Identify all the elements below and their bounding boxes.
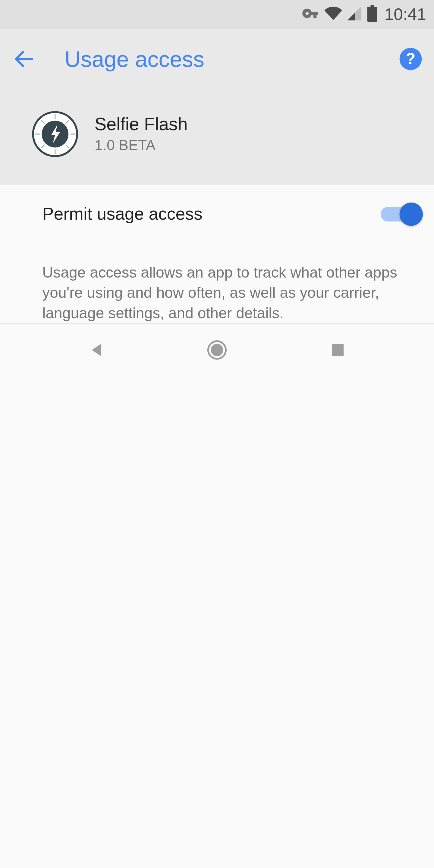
battery-icon — [367, 5, 378, 24]
app-bar: Usage access ? — [0, 29, 434, 89]
status-time: 10:41 — [384, 5, 427, 24]
description-text: Usage access allows an app to track what… — [42, 262, 421, 323]
description: Usage access allows an app to track what… — [0, 244, 434, 324]
permit-toggle[interactable] — [381, 203, 421, 226]
app-version: 1.0 BETA — [95, 137, 188, 154]
help-icon: ? — [406, 50, 415, 68]
permit-label: Permit usage access — [42, 204, 380, 224]
navigation-bar — [0, 323, 434, 376]
status-icons — [301, 4, 378, 25]
back-button[interactable] — [12, 47, 36, 71]
content-area: Permit usage access Usage access allows … — [0, 185, 434, 323]
status-bar: 10:41 — [0, 0, 434, 29]
wifi-icon — [324, 4, 342, 24]
svg-point-11 — [211, 344, 223, 356]
app-name: Selfie Flash — [95, 114, 188, 134]
nav-recent-button[interactable] — [321, 333, 355, 367]
help-button[interactable]: ? — [400, 48, 422, 70]
cellular-icon — [346, 5, 363, 24]
nav-home-button[interactable] — [200, 333, 234, 367]
app-header: Selfie Flash 1.0 BETA — [0, 89, 434, 185]
page-title: Usage access — [64, 46, 399, 71]
svg-rect-12 — [332, 344, 344, 356]
vpn-key-icon — [301, 4, 320, 25]
app-icon — [31, 110, 79, 158]
nav-back-button[interactable] — [79, 333, 113, 367]
permit-usage-row[interactable]: Permit usage access — [0, 185, 434, 244]
